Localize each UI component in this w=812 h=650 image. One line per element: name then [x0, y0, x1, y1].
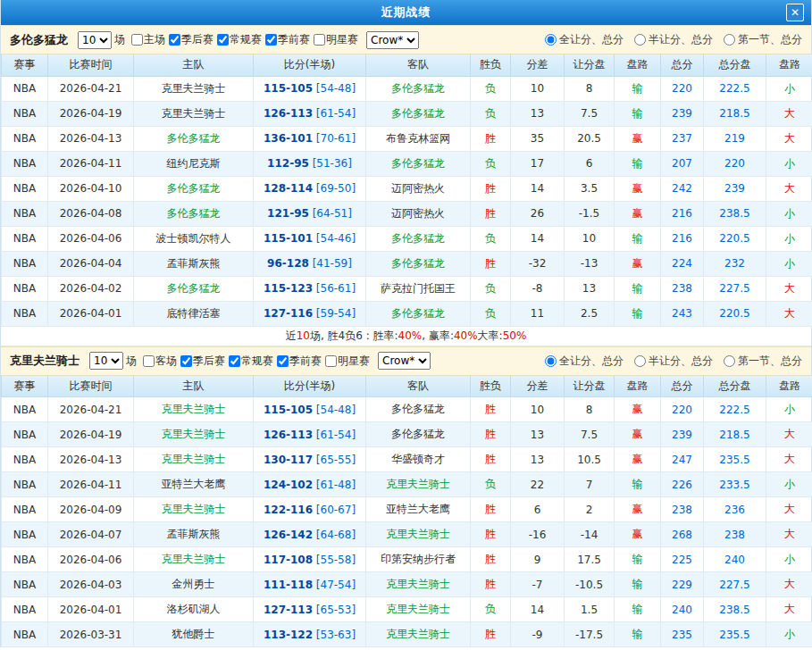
column-header: 盘路	[615, 376, 661, 397]
total-points-cell: 207	[661, 151, 704, 176]
filter-checkbox[interactable]	[325, 355, 337, 367]
point-diff-cell: -7	[511, 572, 565, 597]
away-team-cell: 多伦多猛龙	[366, 301, 471, 326]
column-header: 比分(半场)	[254, 376, 366, 397]
total-line-cell: 238	[704, 522, 766, 547]
game-row: NBA2026-04-07孟菲斯灰熊126-142 [64-68]克里夫兰骑士胜…	[2, 522, 812, 547]
half-score: [53-63]	[313, 629, 356, 641]
stat-mode-radio[interactable]	[545, 34, 557, 46]
game-date-cell: 2026-04-11	[48, 472, 134, 497]
stat-mode-option[interactable]: 半让分、总分	[634, 32, 713, 47]
score-cell: 111-118 [47-54]	[254, 572, 366, 597]
score-cell: 136-101 [70-61]	[254, 126, 366, 151]
point-diff-cell: 10	[511, 397, 565, 422]
total-result-cell: 小	[766, 397, 812, 422]
column-header: 客队	[366, 376, 471, 397]
game-date-cell: 2026-04-08	[48, 201, 134, 226]
league-cell: NBA	[2, 572, 48, 597]
league-cell: NBA	[2, 176, 48, 201]
total-result-cell: 大	[766, 597, 812, 622]
home-team-cell: 克里夫兰骑士	[134, 447, 254, 472]
total-result-cell: 小	[766, 201, 812, 226]
handicap-line-cell: 17.5	[565, 547, 615, 572]
filter-option[interactable]: 主场	[128, 32, 165, 47]
filter-label: 主场	[144, 32, 165, 47]
filter-checkbox[interactable]	[180, 355, 192, 367]
score-cell: 113-122 [53-63]	[254, 622, 366, 647]
game-row: NBA2026-04-10多伦多猛龙128-114 [69-50]迈阿密热火胜1…	[2, 176, 812, 201]
away-team-cell: 克里夫兰骑士	[366, 472, 471, 497]
filter-checkbox-group: 客场季后赛常规赛季前赛明星赛	[139, 354, 370, 369]
stat-mode-option[interactable]: 半让分、总分	[634, 354, 713, 369]
game-row: NBA2026-04-03金州勇士111-118 [47-54]克里夫兰骑士胜-…	[2, 572, 812, 597]
filter-checkbox[interactable]	[265, 34, 277, 46]
half-score: [61-48]	[313, 479, 356, 491]
full-score: 124-102	[264, 479, 313, 491]
filter-checkbox[interactable]	[143, 355, 155, 367]
filter-option[interactable]: 季前赛	[262, 32, 310, 47]
filter-option[interactable]: 季后赛	[165, 32, 213, 47]
stat-mode-radio[interactable]	[724, 34, 735, 46]
source-select[interactable]: Crow*	[378, 352, 431, 370]
filter-option[interactable]: 季后赛	[177, 354, 225, 369]
filter-option[interactable]: 明星赛	[322, 354, 370, 369]
total-line-cell: 220.5	[704, 226, 766, 251]
column-header: 让分盘	[565, 54, 615, 76]
stat-mode-option[interactable]: 全让分、总分	[545, 32, 624, 47]
column-header: 胜负	[471, 54, 511, 76]
full-score: 113-122	[264, 629, 313, 641]
total-result-cell: 大	[766, 126, 812, 151]
column-header: 分差	[511, 376, 565, 397]
league-cell: NBA	[2, 597, 48, 622]
column-header: 胜负	[471, 376, 511, 397]
game-row: NBA2026-04-11亚特兰大老鹰124-102 [61-48]克里夫兰骑士…	[2, 472, 812, 497]
filter-option[interactable]: 客场	[139, 354, 177, 369]
stat-mode-radio[interactable]	[634, 355, 646, 367]
stat-mode-radio[interactable]	[545, 355, 557, 367]
win-loss-cell: 胜	[471, 622, 511, 647]
section-header: 克里夫兰骑士 10 场 客场季后赛常规赛季前赛明星赛 Crow* 全让分、总分半…	[1, 346, 811, 376]
win-loss-cell: 胜	[471, 497, 511, 522]
stat-mode-option[interactable]: 第一节、总分	[724, 32, 802, 47]
filter-checkbox[interactable]	[229, 355, 240, 367]
score-cell: 121-95 [64-51]	[254, 201, 366, 226]
home-team-cell: 孟菲斯灰熊	[134, 251, 254, 276]
games-table: 赛事比赛时间主队比分(半场)客队胜负分差让分盘盘路总分总分盘盘路 NBA2026…	[1, 54, 812, 327]
close-icon[interactable]: ✕	[786, 4, 804, 21]
point-diff-cell: 9	[511, 547, 565, 572]
point-diff-cell: 14	[511, 226, 565, 251]
filter-option[interactable]: 常规赛	[213, 32, 262, 47]
games-count-select[interactable]: 10	[78, 31, 112, 49]
total-points-cell: 239	[661, 422, 704, 447]
games-count-select[interactable]: 10	[89, 352, 123, 370]
filter-checkbox[interactable]	[314, 34, 325, 46]
filter-option[interactable]: 常规赛	[225, 354, 273, 369]
away-team-cell: 多伦多猛龙	[366, 101, 471, 126]
half-score: [65-55]	[313, 454, 356, 466]
stat-mode-radio[interactable]	[724, 355, 735, 367]
filter-label: 明星赛	[326, 32, 358, 47]
filter-checkbox[interactable]	[217, 34, 229, 46]
handicap-result-cell: 赢	[615, 251, 661, 276]
full-score: 130-117	[264, 454, 313, 466]
filter-checkbox[interactable]	[277, 355, 289, 367]
filter-label: 常规赛	[241, 354, 273, 369]
total-points-cell: 240	[661, 597, 704, 622]
home-team-cell: 多伦多猛龙	[134, 176, 254, 201]
handicap-result-cell: 输	[615, 572, 661, 597]
filter-option[interactable]: 明星赛	[310, 32, 358, 47]
stat-mode-option[interactable]: 第一节、总分	[724, 354, 802, 369]
games-count-suffix: 场	[126, 354, 137, 369]
away-team-cell: 多伦多猛龙	[366, 76, 471, 101]
stat-mode-option[interactable]: 全让分、总分	[545, 354, 624, 369]
home-team-cell: 多伦多猛龙	[134, 201, 254, 226]
stat-mode-label: 第一节、总分	[738, 32, 802, 47]
filter-checkbox[interactable]	[169, 34, 180, 46]
handicap-result-cell: 输	[615, 472, 661, 497]
half-score: [64-51]	[309, 207, 352, 220]
filter-option[interactable]: 季前赛	[273, 354, 322, 369]
stat-mode-radio[interactable]	[634, 34, 646, 46]
game-date-cell: 2026-04-11	[48, 151, 134, 176]
filter-checkbox[interactable]	[131, 34, 143, 46]
source-select[interactable]: Crow*	[366, 31, 419, 49]
